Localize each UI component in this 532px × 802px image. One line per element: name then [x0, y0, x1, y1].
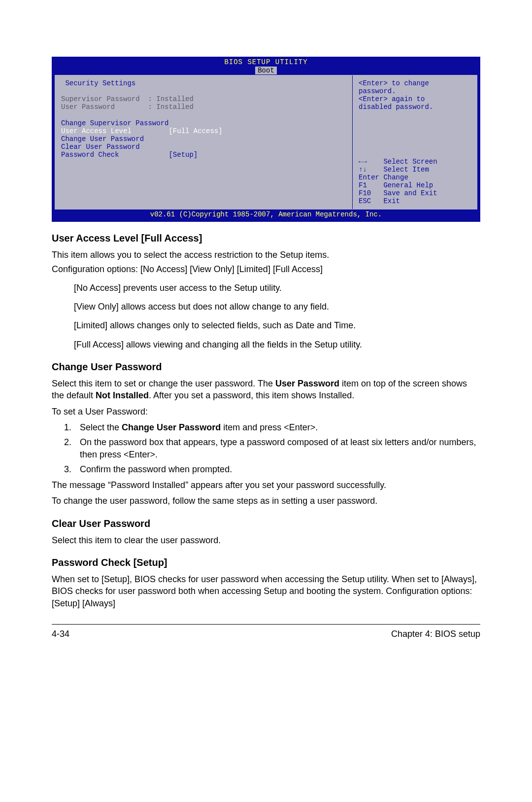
bios-tab-boot: Boot	[255, 66, 277, 75]
nav-select-item: Select Item	[359, 166, 472, 174]
text-ual-desc2: Configuration options: [No Access] [View…	[52, 263, 480, 275]
bios-screenshot: BIOS SETUP UTILITY Boot Security Setting…	[52, 57, 480, 222]
bios-body: Security Settings Supervisor Password : …	[55, 75, 477, 209]
bios-help-text: <Enter> to change password. <Enter> agai…	[359, 79, 472, 111]
text-password-check-desc: When set to [Setup], BIOS checks for use…	[52, 573, 480, 609]
bios-help-l3: <Enter> again to	[359, 95, 472, 103]
set-password-steps: Select the Change User Password item and…	[52, 421, 480, 475]
text-opt-limited: [Limited] allows changes only to selecte…	[74, 319, 480, 331]
bios-item-clear-user: Clear User Password	[61, 143, 347, 151]
nav-enter: Enter Change	[359, 174, 472, 181]
bios-help-l4: disabled password.	[359, 103, 472, 111]
nav-f1: F1 General Help	[359, 181, 472, 189]
step-2: On the password box that appears, type a…	[74, 436, 480, 460]
manual-page: BIOS SETUP UTILITY Boot Security Setting…	[0, 0, 532, 802]
bios-help-l1: <Enter> to change	[359, 79, 472, 87]
text-password-installed-msg: The message “Password Installed” appears…	[52, 479, 480, 491]
text-clear-user-desc: Select this item to clear the user passw…	[52, 534, 480, 546]
bios-right-pane: <Enter> to change password. <Enter> agai…	[352, 75, 477, 209]
text-opt-full-access: [Full Access] allows viewing and changin…	[74, 339, 480, 350]
nav-select-screen: Select Screen	[359, 158, 472, 166]
arrow-up-down-icon	[359, 166, 367, 174]
bios-title: BIOS SETUP UTILITY	[224, 58, 307, 66]
bios-nav-keys: Select Screen Select Item Enter Change F…	[359, 158, 472, 206]
heading-clear-user-password: Clear User Password	[52, 518, 480, 529]
step-3: Confirm the password when prompted.	[74, 463, 480, 475]
bios-item-user-access-level: User Access Level [Full Access]	[61, 127, 347, 135]
bios-supervisor-row: Supervisor Password : Installed	[61, 95, 347, 103]
chapter-label: Chapter 4: BIOS setup	[391, 629, 480, 639]
arrow-left-right-icon	[359, 158, 367, 166]
bios-titlebar: BIOS SETUP UTILITY Boot	[53, 58, 479, 75]
bios-section-title: Security Settings	[61, 79, 347, 87]
text-change-user-note: To change the user password, follow the …	[52, 495, 480, 507]
bios-item-change-supervisor: Change Supervisor Password	[61, 119, 347, 127]
heading-user-access-level: User Access Level [Full Access]	[52, 233, 480, 244]
text-ual-desc1: This item allows you to select the acces…	[52, 249, 480, 261]
nav-esc: ESC Exit	[359, 197, 472, 205]
text-to-set-user-password: To set a User Password:	[52, 406, 480, 418]
access-options-block: [No Access] prevents user access to the …	[52, 282, 480, 350]
step-1: Select the Change User Password item and…	[74, 421, 480, 433]
bios-help-l2: password.	[359, 87, 472, 95]
bios-item-change-user: Change User Password	[61, 135, 347, 143]
text-opt-no-access: [No Access] prevents user access to the …	[74, 282, 480, 294]
heading-password-check: Password Check [Setup]	[52, 557, 480, 568]
footer-divider	[52, 624, 480, 625]
page-footer: 4-34 Chapter 4: BIOS setup	[52, 629, 480, 639]
bios-item-password-check: Password Check [Setup]	[61, 151, 347, 159]
heading-change-user-password: Change User Password	[52, 361, 480, 373]
bios-left-pane: Security Settings Supervisor Password : …	[55, 75, 352, 209]
bios-user-row: User Password : Installed	[61, 103, 347, 111]
text-opt-view-only: [View Only] allows access but does not a…	[74, 301, 480, 313]
page-number: 4-34	[52, 629, 69, 639]
bios-copyright: v02.61 (C)Copyright 1985-2007, American …	[53, 209, 479, 220]
nav-f10: F10 Save and Exit	[359, 189, 472, 197]
text-change-user-desc: Select this item to set or change the us…	[52, 378, 480, 402]
